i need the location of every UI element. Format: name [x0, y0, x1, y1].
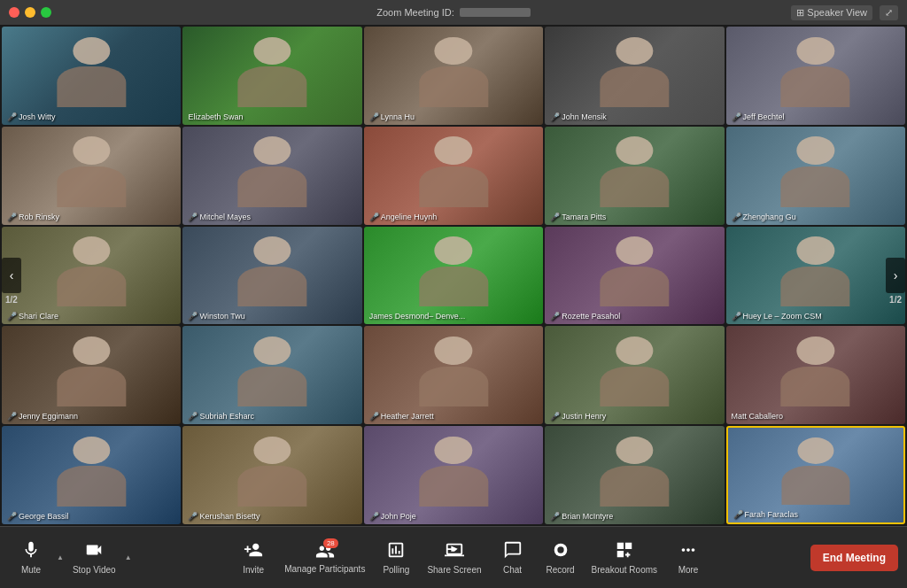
video-cell-21[interactable]: 🎤George Bassil	[2, 426, 181, 524]
stop-video-button[interactable]: Stop Video	[67, 537, 121, 578]
mute-chevron[interactable]: ▲	[57, 553, 64, 561]
stop-video-chevron[interactable]: ▲	[125, 553, 132, 561]
video-cell-2[interactable]: Elizabeth Swan	[182, 27, 361, 125]
person-body	[57, 466, 126, 507]
muted-icon: 🎤	[550, 312, 560, 321]
person-head	[435, 437, 472, 465]
video-cell-12[interactable]: 🎤Winston Twu	[182, 227, 361, 325]
participant-name-text: Matt Caballero	[732, 412, 784, 421]
person-body	[781, 66, 850, 107]
video-cell-17[interactable]: 🎤Subriah Esharc	[182, 326, 361, 424]
video-cell-4[interactable]: 🎤John Mensik	[545, 27, 724, 125]
participant-name-text: George Bassil	[19, 512, 69, 521]
polling-button[interactable]: Polling	[374, 537, 418, 578]
person-head	[435, 37, 472, 66]
participant-name-12: 🎤Winston Twu	[188, 312, 244, 321]
video-cell-3[interactable]: 🎤Lynna Hu	[364, 27, 543, 125]
participant-name-1: 🎤Josh Witty	[7, 112, 56, 121]
person-silhouette	[585, 233, 684, 306]
video-cell-13[interactable]: James Desmond– Denve...	[364, 227, 543, 325]
participant-name-text: Justin Henry	[562, 412, 606, 421]
muted-icon: 🎤	[550, 213, 560, 221]
video-icon	[84, 540, 104, 562]
video-cell-25[interactable]: 🎤Farah Faraclas	[726, 426, 905, 524]
video-cell-23[interactable]: 🎤John Poje	[364, 426, 543, 524]
person-head	[253, 437, 291, 465]
toolbar: Mute ▲ Stop Video ▲ Invite	[0, 526, 907, 588]
video-cell-1[interactable]: 🎤Josh Witty	[2, 27, 181, 125]
person-head	[616, 337, 653, 365]
person-silhouette	[585, 134, 684, 207]
fullscreen-button[interactable]: ⤢	[880, 5, 898, 20]
invite-button[interactable]: Invite	[231, 537, 275, 578]
person-body	[419, 367, 488, 407]
person-body	[57, 166, 126, 207]
page-indicator-left: 1/2	[5, 295, 18, 305]
person-body	[600, 66, 669, 107]
participant-name-text: James Desmond– Denve...	[369, 312, 466, 321]
video-cell-6[interactable]: 🎤Rob Rinsky	[2, 127, 181, 225]
participant-name-3: 🎤Lynna Hu	[369, 112, 415, 121]
person-head	[797, 37, 834, 66]
person-silhouette	[43, 433, 141, 507]
video-cell-24[interactable]: 🎤Brian McIntyre	[545, 426, 724, 524]
video-cell-7[interactable]: 🎤Mitchel Mayes	[182, 127, 361, 225]
participant-name-text: Winston Twu	[199, 312, 244, 321]
video-cell-10[interactable]: 🎤Zhenghang Gu	[726, 127, 905, 225]
manage-participants-button[interactable]: 28 Manage Participants	[279, 538, 370, 577]
chat-button[interactable]: Chat	[491, 537, 535, 578]
person-head	[435, 236, 472, 265]
person-body	[238, 466, 307, 507]
video-cell-14[interactable]: 🎤Rozette Pasahol	[545, 227, 724, 325]
video-cell-15[interactable]: 🎤Huey Le – Zoom CSM	[726, 227, 905, 325]
video-cell-16[interactable]: 🎤Jenny Eggimann	[2, 326, 181, 424]
person-silhouette	[223, 134, 322, 207]
person-body	[57, 367, 126, 407]
more-button[interactable]: More	[666, 537, 710, 578]
prev-page-arrow[interactable]: ‹	[2, 258, 21, 293]
video-cell-20[interactable]: Matt Caballero	[726, 326, 905, 424]
participant-name-text: Kerushan Bisetty	[199, 512, 260, 521]
next-page-arrow[interactable]: ›	[886, 258, 905, 293]
breakout-rooms-button[interactable]: Breakout Rooms	[586, 537, 663, 578]
person-head	[616, 437, 653, 465]
person-head	[797, 236, 834, 265]
video-cell-18[interactable]: 🎤Heather Jarrett	[364, 326, 543, 424]
video-cell-19[interactable]: 🎤Justin Henry	[545, 326, 724, 424]
person-head	[253, 37, 291, 66]
maximize-button[interactable]	[41, 7, 51, 18]
person-body	[419, 466, 488, 507]
close-button[interactable]	[9, 7, 19, 18]
video-cell-11[interactable]: 🎤Shari Clare	[2, 227, 181, 325]
window-controls	[9, 7, 51, 18]
participant-name-text: Rozette Pasahol	[562, 312, 620, 321]
muted-icon: 🎤	[7, 213, 17, 221]
person-silhouette	[404, 134, 502, 207]
person-silhouette	[585, 433, 684, 507]
share-screen-icon	[445, 540, 464, 562]
invite-label: Invite	[243, 565, 264, 575]
person-head	[73, 37, 110, 66]
participant-name-text: John Mensik	[562, 112, 607, 121]
end-meeting-button[interactable]: End Meeting	[810, 545, 898, 571]
video-cell-5[interactable]: 🎤Jeff Bechtel	[726, 27, 905, 125]
speaker-view-button[interactable]: ⊞ Speaker View	[791, 5, 872, 20]
person-body	[781, 367, 850, 407]
participant-name-text: Josh Witty	[19, 112, 56, 121]
mute-button[interactable]: Mute	[9, 537, 53, 578]
muted-icon: 🎤	[369, 112, 379, 121]
person-body	[782, 466, 849, 505]
mute-label: Mute	[21, 565, 41, 575]
share-screen-button[interactable]: Share Screen	[422, 537, 486, 578]
participant-name-text: Jeff Bechtel	[743, 112, 785, 121]
record-button[interactable]: Record	[539, 537, 583, 578]
video-cell-8[interactable]: 🎤Angeline Huynh	[364, 127, 543, 225]
video-cell-9[interactable]: 🎤Tamara Pitts	[545, 127, 724, 225]
video-cell-22[interactable]: 🎤Kerushan Bisetty	[182, 426, 361, 524]
manage-participants-label: Manage Participants	[284, 564, 365, 574]
participant-name-text: Brian McIntyre	[562, 512, 613, 521]
muted-icon: 🎤	[188, 412, 198, 421]
video-grid: 🎤Josh WittyElizabeth Swan🎤Lynna Hu🎤John …	[0, 25, 907, 526]
participant-name-text: Zhenghang Gu	[743, 213, 796, 221]
minimize-button[interactable]	[25, 7, 35, 18]
